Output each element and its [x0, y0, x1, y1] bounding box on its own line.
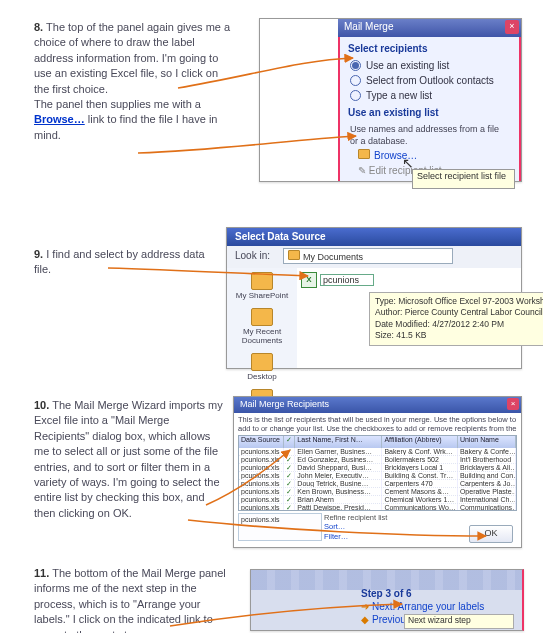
radio-icon [350, 75, 361, 86]
data-source-box[interactable]: pcunions.xls [238, 513, 322, 541]
table-row[interactable]: pcunions.xls✓Ed Gonzalez, Busines…Boiler… [239, 456, 516, 464]
cell: Cement Masons &… [382, 488, 457, 495]
step-9-body: I find and select by address data file. [34, 248, 205, 275]
table-row[interactable]: pcunions.xls✓Patti Dewispe, Presid…Commu… [239, 504, 516, 511]
close-icon[interactable]: × [507, 398, 519, 410]
col-check[interactable]: ✓ [284, 436, 296, 448]
cell: ✓ [284, 504, 296, 511]
step-11-screenshot: Step 3 of 6 ➔Next: Arrange your labels ◆… [250, 569, 524, 631]
cell: Carpenters 470 [382, 480, 457, 487]
place-label: My SharePoint [236, 291, 288, 300]
tooltip-line: Size: 41.5 KB [375, 330, 543, 341]
opt-outlook[interactable]: Select from Outlook contacts [340, 73, 519, 88]
tooltip-line: Type: Microsoft Office Excel 97-2003 Wor… [375, 296, 543, 307]
lookin-label: Look in: [235, 250, 270, 261]
mailmerge-pane: Select recipients Use an existing list S… [338, 37, 521, 181]
next-tooltip: Next wizard step [404, 614, 514, 629]
table-row[interactable]: pcunions.xls✓David Sheppard, Busi…Brickl… [239, 464, 516, 472]
col-union[interactable]: Union Name [458, 436, 516, 448]
cell: pcunions.xls [239, 496, 284, 503]
close-icon[interactable]: × [505, 20, 519, 34]
lookin-value: My Documents [303, 252, 363, 262]
cell: ✓ [284, 496, 296, 503]
select-recipients-heading: Select recipients [340, 37, 519, 58]
step-8-body-a: The top of the panel again gives me a ch… [34, 21, 230, 95]
col-name[interactable]: Last Name, First N… [295, 436, 382, 448]
places-bar: My SharePoint My Recent Documents Deskto… [227, 268, 298, 368]
cell: ✓ [284, 464, 296, 471]
table-row[interactable]: pcunions.xls✓Doug Tetrick, Busine…Carpen… [239, 480, 516, 488]
cell: Brian Ahern [295, 496, 382, 503]
file-area[interactable]: pcunions Type: Microsoft Office Excel 97… [297, 268, 521, 368]
table-row[interactable]: pcunions.xls✓John Meier, Executiv…Buildi… [239, 472, 516, 480]
arrow-left-icon: ◆ [361, 614, 369, 625]
cell: Bakery & Confe… [458, 448, 516, 455]
next-step-link[interactable]: ➔Next: Arrange your labels [361, 601, 514, 612]
cell: pcunions.xls [239, 456, 284, 463]
folder-icon [251, 308, 273, 326]
cell: pcunions.xls [239, 480, 284, 487]
place-sharepoint[interactable]: My SharePoint [227, 268, 297, 304]
cell: Chemical Workers 1… [382, 496, 457, 503]
col-affil[interactable]: Affiliation (Abbrev) [382, 436, 457, 448]
cell: Int'l Brotherhood [458, 456, 516, 463]
place-desktop[interactable]: Desktop [227, 349, 297, 385]
arrow-right-icon: ➔ [361, 601, 369, 612]
refine-section: Refine recipient list Sort… Filter… [324, 513, 387, 542]
table-row[interactable]: pcunions.xls✓Ellen Garner, Busines…Baker… [239, 448, 516, 456]
step-10-text: 10. The Mail Merge Wizard imports my Exc… [34, 398, 224, 521]
cell: pcunions.xls [239, 472, 284, 479]
blurred-rows [251, 570, 522, 590]
radio-icon [350, 90, 361, 101]
table-row[interactable]: pcunions.xls✓Brian AhernChemical Workers… [239, 496, 516, 504]
grid-header[interactable]: Data Source ✓ Last Name, First N… Affili… [239, 436, 516, 448]
cell: Communications Wo… [382, 504, 457, 511]
use-existing-heading: Use an existing list [340, 103, 519, 122]
excel-file-icon [301, 272, 317, 288]
folder-icon [288, 250, 300, 260]
opt-new-list[interactable]: Type a new list [340, 88, 519, 103]
cell: International Ch… [458, 496, 516, 503]
cell: John Meier, Executiv… [295, 472, 382, 479]
cell: pcunions.xls [239, 488, 284, 495]
browse-link[interactable]: Browse… [34, 113, 85, 125]
file-tooltip: Type: Microsoft Office Excel 97-2003 Wor… [369, 292, 543, 346]
browse-tooltip: Select recipient list file [412, 169, 515, 189]
cell: Doug Tetrick, Busine… [295, 480, 382, 487]
cell: Ed Gonzalez, Busines… [295, 456, 382, 463]
mailmerge-pane-title: Mail Merge × [338, 19, 521, 37]
use-existing-sub: Use names and addresses from a file or a… [340, 122, 519, 149]
folder-icon [358, 149, 370, 159]
col-source[interactable]: Data Source [239, 436, 284, 448]
dialog-footer: pcunions.xls Refine recipient list Sort…… [238, 513, 517, 543]
next-step-label: Next: Arrange your labels [372, 601, 484, 612]
table-row[interactable]: pcunions.xls✓Ken Brown, Business…Cement … [239, 488, 516, 496]
cell: Bakery & Conf. Wrk… [382, 448, 457, 455]
tooltip-line: Date Modified: 4/27/2012 2:40 PM [375, 319, 543, 330]
filter-link[interactable]: Filter… [324, 532, 387, 542]
grid-rows: pcunions.xls✓Ellen Garner, Busines…Baker… [239, 448, 516, 511]
step-11-body: The bottom of the Mail Merge panel infor… [34, 567, 226, 633]
ok-button[interactable]: OK [469, 525, 513, 543]
cell: Bricklayers & All… [458, 464, 516, 471]
tooltip-line: Author: Pierce County Central Labor Coun… [375, 307, 543, 318]
step-9-text: 9. I find and select by address data fil… [34, 247, 214, 278]
pane-title-label: Mail Merge [344, 21, 393, 32]
file-item[interactable]: pcunions [301, 272, 374, 288]
cell: pcunions.xls [239, 448, 284, 455]
cell: Operative Plaste… [458, 488, 516, 495]
radio-icon [350, 60, 361, 71]
folder-icon [251, 353, 273, 371]
cell: Building & Const. Tr… [382, 472, 457, 479]
opt-existing-list[interactable]: Use an existing list [340, 58, 519, 73]
step-8-screenshot: Mail Merge × Select recipients Use an ex… [259, 18, 522, 182]
recipient-grid[interactable]: Data Source ✓ Last Name, First N… Affili… [238, 435, 517, 511]
cell: ✓ [284, 448, 296, 455]
lookin-combo[interactable]: My Documents [283, 248, 453, 264]
file-name: pcunions [320, 274, 374, 286]
place-label: Desktop [247, 372, 276, 381]
sort-link[interactable]: Sort… [324, 522, 387, 532]
cell: pcunions.xls [239, 464, 284, 471]
place-label: My Recent Documents [229, 327, 295, 345]
place-recent[interactable]: My Recent Documents [227, 304, 297, 349]
